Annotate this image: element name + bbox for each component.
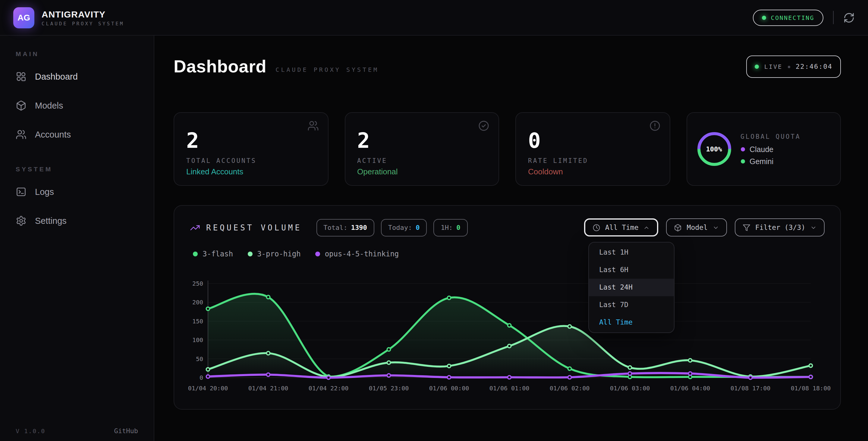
sidebar-footer: V 1.0.0 GitHub — [16, 427, 138, 435]
stat-sub-label: Cooldown — [528, 167, 657, 176]
quota-legend-item: Gemini — [741, 157, 801, 166]
stat-sub-label: Linked Accounts — [186, 167, 315, 176]
chart-stat-value: 1390 — [351, 224, 367, 231]
filter-button[interactable]: Filter (3/3) — [735, 218, 825, 236]
legend-dot-icon — [315, 252, 320, 256]
svg-text:01/06 02:00: 01/06 02:00 — [550, 385, 590, 392]
sidebar-section-label: SYSTEM — [0, 165, 154, 173]
chart-panel-header: REQUEST VOLUME Total:1390Today:01H:0 All… — [190, 218, 825, 236]
sidebar-section-system: SYSTEMLogsSettings — [0, 165, 154, 233]
sidebar-section-label: MAIN — [0, 50, 154, 58]
chart-title: REQUEST VOLUME — [206, 223, 302, 232]
legend-dot-icon — [741, 159, 745, 164]
svg-text:150: 150 — [192, 318, 203, 325]
layout-grid-icon — [16, 71, 27, 82]
cube-icon — [674, 224, 682, 231]
quota-label: GLOBAL QUOTA — [741, 133, 801, 140]
stat-label: TOTAL ACCOUNTS — [186, 157, 315, 164]
connection-status-badge: CONNECTING — [753, 9, 824, 26]
svg-text:200: 200 — [192, 299, 203, 306]
app-root: AG ANTIGRAVITY CLAUDE PROXY SYSTEM CONNE… — [0, 0, 868, 441]
chart-stat-badge: Total:1390 — [316, 219, 374, 236]
status-dot-icon — [762, 16, 766, 20]
chart-legend-item-3-flash[interactable]: 3-flash — [193, 250, 233, 258]
model-filter-label: Model — [687, 223, 708, 232]
stat-value: 0 — [528, 130, 657, 151]
app-subtitle: CLAUDE PROXY SYSTEM — [41, 21, 124, 26]
svg-text:01/04 21:00: 01/04 21:00 — [248, 385, 288, 392]
legend-dot-icon — [741, 147, 745, 151]
sidebar-item-logs[interactable]: Logs — [0, 179, 154, 205]
svg-text:01/04 22:00: 01/04 22:00 — [309, 385, 348, 392]
dropdown-item-last-6h[interactable]: Last 6H — [589, 261, 674, 279]
chevron-up-icon — [644, 224, 650, 231]
request-volume-line-chart: 05010015020025001/04 20:0001/04 21:0001/… — [190, 265, 826, 393]
model-filter-button[interactable]: Model — [666, 218, 727, 236]
request-volume-panel: REQUEST VOLUME Total:1390Today:01H:0 All… — [174, 205, 841, 410]
refresh-button[interactable] — [843, 12, 855, 23]
sidebar-item-models[interactable]: Models — [0, 93, 154, 118]
svg-text:01/06 04:00: 01/06 04:00 — [670, 385, 710, 392]
page-subtitle: CLAUDE PROXY SYSTEM — [276, 66, 379, 73]
legend-label: opus-4-5-thinking — [325, 250, 399, 258]
sidebar-item-dashboard[interactable]: Dashboard — [0, 64, 154, 89]
time-range-dropdown: Last 1HLast 6HLast 24HLast 7DAll Time — [588, 242, 675, 333]
app-version: V 1.0.0 — [16, 428, 45, 434]
filter-label: Filter (3/3) — [755, 223, 805, 232]
chart-plot-area: 05010015020025001/04 20:0001/04 21:0001/… — [190, 265, 825, 393]
funnel-icon — [743, 224, 750, 231]
sidebar-item-label: Logs — [35, 187, 54, 197]
dropdown-item-all-time[interactable]: All Time — [589, 314, 674, 331]
separator-dot-icon — [788, 65, 790, 68]
users-icon — [307, 120, 318, 131]
dropdown-item-last-7d[interactable]: Last 7D — [589, 296, 674, 314]
sidebar-item-label: Accounts — [35, 130, 71, 139]
trending-up-icon — [190, 222, 200, 233]
stat-label: RATE LIMITED — [528, 157, 657, 164]
check-circle-icon — [478, 120, 490, 131]
live-status-badge: LIVE 22:46:04 — [746, 56, 841, 78]
chart-stat-label: Total: — [323, 224, 347, 231]
page-title: Dashboard — [174, 57, 267, 77]
chart-stat-value: 0 — [415, 224, 420, 231]
legend-label: 3-flash — [203, 250, 233, 258]
main-content: Dashboard CLAUDE PROXY SYSTEM LIVE 22:46… — [154, 36, 868, 441]
svg-text:0: 0 — [199, 374, 203, 381]
clock-icon — [592, 224, 600, 231]
app-title: ANTIGRAVITY — [41, 9, 124, 19]
chart-legend-item-3-pro-high[interactable]: 3-pro-high — [247, 250, 301, 258]
chart-actions: All Time Model Filter (3/3) — [584, 218, 825, 236]
stat-card-total-accounts: 2TOTAL ACCOUNTSLinked Accounts — [174, 112, 328, 186]
stat-value: 2 — [357, 130, 487, 151]
svg-text:01/06 01:00: 01/06 01:00 — [490, 385, 529, 392]
live-clock: 22:46:04 — [796, 63, 832, 70]
terminal-icon — [16, 186, 27, 197]
sidebar-item-label: Models — [35, 101, 63, 110]
stat-value: 2 — [186, 130, 315, 151]
svg-text:01/06 03:00: 01/06 03:00 — [610, 385, 650, 392]
global-quota-card: 100% GLOBAL QUOTA ClaudeGemini — [686, 112, 841, 186]
chart-stat-label: Today: — [388, 224, 412, 231]
legend-dot-icon — [193, 252, 198, 256]
svg-text:01/06 00:00: 01/06 00:00 — [429, 385, 469, 392]
stat-cards-row: 2TOTAL ACCOUNTSLinked Accounts2ACTIVEOpe… — [174, 112, 841, 186]
quota-ring: 100% — [696, 131, 732, 167]
chart-stat-label: 1H: — [441, 224, 453, 231]
alert-circle-icon — [649, 120, 660, 131]
dropdown-item-last-1h[interactable]: Last 1H — [589, 244, 674, 261]
github-link[interactable]: GitHub — [114, 427, 138, 435]
svg-text:01/08 17:00: 01/08 17:00 — [731, 385, 770, 392]
chart-legend-item-opus-4-5-thinking[interactable]: opus-4-5-thinking — [315, 250, 399, 258]
live-label: LIVE — [764, 63, 782, 70]
users-icon — [16, 129, 27, 140]
stat-sub-label: Operational — [357, 167, 487, 176]
chart-stat-badge: 1H:0 — [433, 219, 467, 236]
dropdown-item-last-24h[interactable]: Last 24H — [589, 279, 674, 296]
connection-status-text: CONNECTING — [771, 14, 814, 21]
legend-label: 3-pro-high — [257, 250, 301, 258]
sidebar-item-settings[interactable]: Settings — [0, 208, 154, 233]
stat-card-active: 2ACTIVEOperational — [344, 112, 499, 186]
sidebar-item-label: Settings — [35, 216, 67, 226]
time-range-button[interactable]: All Time — [584, 218, 658, 236]
sidebar-item-accounts[interactable]: Accounts — [0, 122, 154, 147]
